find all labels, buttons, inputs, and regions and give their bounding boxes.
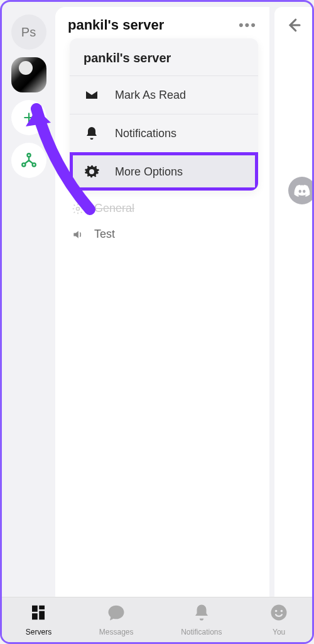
gear-icon — [70, 203, 85, 215]
channel-label: General — [94, 202, 134, 215]
channel-label: Test — [94, 228, 115, 241]
student-hub-button[interactable] — [11, 143, 46, 178]
bell-icon — [192, 603, 211, 626]
envelope-icon — [84, 87, 100, 103]
nav-you[interactable]: You — [269, 603, 288, 636]
gear-icon — [84, 164, 100, 179]
nav-label: Notifications — [181, 628, 222, 636]
svg-point-6 — [281, 610, 283, 613]
add-server-button[interactable] — [11, 100, 46, 135]
nav-notifications[interactable]: Notifications — [181, 603, 222, 636]
menu-item-label: Notifications — [115, 127, 176, 140]
nav-label: You — [273, 628, 285, 636]
menu-more-options[interactable]: More Options — [70, 152, 258, 191]
right-panel-sliver — [274, 7, 312, 597]
chat-icon — [107, 603, 126, 626]
server-avatar-selected[interactable] — [11, 57, 46, 92]
nav-label: Servers — [26, 628, 51, 636]
svg-point-1 — [22, 163, 25, 166]
menu-notifications[interactable]: Notifications — [70, 114, 258, 152]
smile-icon — [269, 603, 288, 626]
svg-point-2 — [32, 163, 35, 166]
server-initials-bubble[interactable]: Ps — [11, 14, 46, 50]
back-button[interactable] — [284, 16, 303, 37]
hub-icon — [20, 152, 38, 169]
svg-point-4 — [271, 605, 287, 621]
menu-item-label: More Options — [115, 165, 183, 179]
bell-icon — [84, 126, 100, 141]
speaker-icon — [70, 228, 85, 241]
server-context-menu: pankil's server Mark As Read Notificatio… — [70, 38, 258, 191]
context-menu-title: pankil's server — [70, 38, 258, 75]
channel-general[interactable]: General — [55, 196, 269, 221]
svg-point-5 — [275, 610, 278, 613]
menu-mark-as-read[interactable]: Mark As Read — [70, 75, 258, 114]
discord-icon — [294, 184, 310, 197]
bottom-nav: Servers Messages Notifications You — [2, 597, 312, 642]
svg-point-3 — [77, 207, 80, 210]
nav-messages[interactable]: Messages — [99, 603, 134, 636]
server-rail: Ps — [2, 2, 55, 597]
server-title: pankil's server — [68, 17, 164, 33]
svg-point-0 — [27, 153, 30, 157]
server-more-button[interactable]: ••• — [239, 17, 257, 33]
menu-item-label: Mark As Read — [115, 89, 186, 102]
plus-icon — [21, 109, 37, 126]
discord-logo-chip[interactable] — [288, 177, 314, 204]
nav-servers[interactable]: Servers — [26, 603, 51, 636]
servers-icon — [29, 603, 48, 626]
channel-test[interactable]: Test — [55, 221, 269, 247]
channel-list: General Test — [55, 192, 269, 251]
channel-header: pankil's server ••• — [55, 7, 269, 41]
nav-label: Messages — [99, 628, 134, 636]
arrow-left-icon — [284, 16, 303, 35]
